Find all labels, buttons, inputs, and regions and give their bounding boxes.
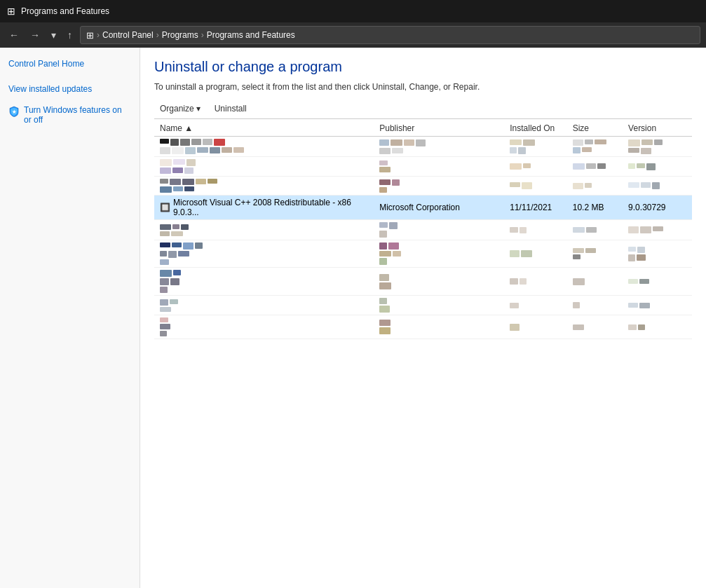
program-name-blurred [154,177,374,196]
table-row[interactable] [154,137,692,157]
page-description: To uninstall a program, select it from t… [154,82,692,92]
program-publisher-blurred [374,296,504,315]
toolbar: Organize ▾ Uninstall [154,102,692,119]
col-header-publisher[interactable]: Publisher [374,121,504,137]
app-icon: ⊞ [7,6,15,17]
program-name-blurred [154,137,374,157]
title-bar-text: Programs and Features [21,6,109,16]
organize-button[interactable]: Organize ▾ [154,102,206,116]
program-publisher: Microsoft Corporation [374,196,504,220]
title-bar: ⊞ Programs and Features [0,0,706,22]
program-installed-blurred [504,240,566,268]
program-size: 10.2 MB [567,196,623,220]
sidebar: Control Panel Home View installed update… [0,48,140,588]
program-publisher-blurred [374,315,504,339]
sidebar-windows-features[interactable]: ★ Turn Windows features on or off [0,102,140,128]
program-installed-blurred [504,137,566,157]
col-header-installed[interactable]: Installed On [504,121,566,137]
address-bar: ← → ▾ ↑ ⊞ › Control Panel › Programs › P… [0,22,706,48]
program-installed-blurred [504,315,566,339]
col-header-name[interactable]: Name ▲ [154,121,374,137]
program-publisher-blurred [374,177,504,196]
program-name-blurred [154,268,374,296]
program-version-blurred [623,137,692,157]
address-path: ⊞ › Control Panel › Programs › Programs … [80,26,700,44]
sidebar-feature-label: Turn Windows features on or off [24,105,131,125]
dropdown-button[interactable]: ▾ [48,28,60,42]
program-name-blurred [154,157,374,177]
program-name-blurred [154,315,374,339]
program-size-blurred [567,240,623,268]
content-area: Uninstall or change a program To uninsta… [140,48,706,588]
program-version-blurred [623,268,692,296]
program-size-blurred [567,315,623,339]
program-installed-blurred [504,177,566,196]
program-publisher-blurred [374,137,504,157]
up-button[interactable]: ↑ [64,28,76,42]
table-row[interactable] [154,296,692,315]
program-size-blurred [567,157,623,177]
program-publisher-blurred [374,220,504,240]
program-version-blurred [623,240,692,268]
organize-arrow: ▾ [196,104,201,114]
forward-button[interactable]: → [27,28,43,42]
table-header-row: Name ▲ Publisher Installed On Size Versi… [154,121,692,137]
table-row[interactable] [154,315,692,339]
program-version-blurred [623,220,692,240]
program-size-blurred [567,220,623,240]
program-name-blurred [154,240,374,268]
program-version-blurred [623,157,692,177]
program-size-blurred [567,268,623,296]
page-title: Uninstall or change a program [154,59,692,75]
table-row[interactable] [154,157,692,177]
program-installed-blurred [504,157,566,177]
program-installed-blurred [504,220,566,240]
path-programs[interactable]: Programs [162,30,198,40]
programs-table: Name ▲ Publisher Installed On Size Versi… [154,121,692,339]
path-programs-features: Programs and Features [207,30,295,40]
main-layout: Control Panel Home View installed update… [0,48,706,588]
svg-text:★: ★ [12,109,17,114]
program-version-blurred [623,315,692,339]
program-installed-blurred [504,268,566,296]
path-control-panel[interactable]: Control Panel [102,30,154,40]
program-installed-blurred [504,296,566,315]
program-size-blurred [567,296,623,315]
table-row[interactable] [154,240,692,268]
program-name-blurred [154,296,374,315]
program-publisher-blurred [374,157,504,177]
back-button[interactable]: ← [6,28,22,42]
program-size-blurred [567,177,623,196]
col-header-size[interactable]: Size [567,121,623,137]
sidebar-control-panel-home[interactable]: Control Panel Home [0,56,140,71]
table-row[interactable]: 🔲 Microsoft Visual C++ 2008 Redistributa… [154,196,692,220]
program-version-blurred [623,296,692,315]
program-name-blurred [154,220,374,240]
uninstall-button[interactable]: Uninstall [209,102,252,116]
table-row[interactable] [154,268,692,296]
program-publisher-blurred [374,268,504,296]
program-publisher-blurred [374,240,504,268]
shield-icon: ★ [8,106,20,117]
table-row[interactable] [154,177,692,196]
program-name: 🔲 Microsoft Visual C++ 2008 Redistributa… [154,196,374,220]
program-version-blurred [623,177,692,196]
table-row[interactable] [154,220,692,240]
program-size-blurred [567,137,623,157]
col-header-version[interactable]: Version [623,121,692,137]
program-version: 9.0.30729 [623,196,692,220]
program-installed-on: 11/11/2021 [504,196,566,220]
sidebar-view-installed-updates[interactable]: View installed updates [0,81,140,97]
